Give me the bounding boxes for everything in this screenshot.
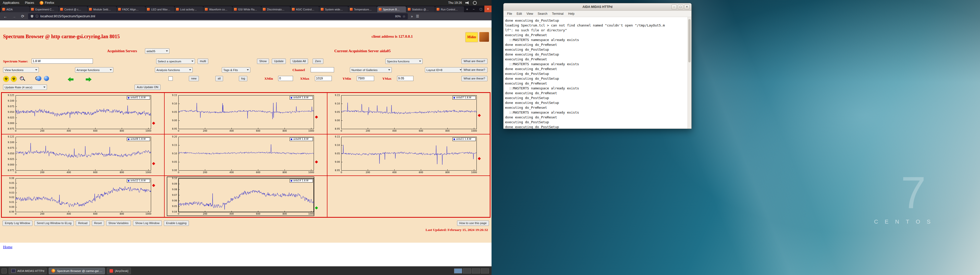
spectrum-chart-aida01[interactable] <box>4 93 157 133</box>
taskbar-item-terminal[interactable]: AIDA MIDAS HTTPd <box>9 268 47 274</box>
acquisition-server-select[interactable]: aida05 <box>145 48 169 54</box>
layout-dropdown[interactable]: Layout ID=8 <box>425 67 463 73</box>
blue-sphere-icon[interactable] <box>44 76 49 81</box>
terminal-output[interactable]: done executing do_PostSetup loading Spec… <box>504 17 691 129</box>
tab-aida[interactable]: AIDA <box>1 6 30 12</box>
active-app-indicator[interactable]: Firefox <box>37 1 57 5</box>
tab-spectrum-browser[interactable]: Spectrum B… <box>377 6 406 12</box>
spectrum-chart-aida04[interactable] <box>167 93 320 133</box>
home-link[interactable]: Home <box>3 245 13 249</box>
xmin-input[interactable] <box>278 76 293 81</box>
back-icon[interactable]: ← <box>2 14 9 19</box>
analysis-functions-dropdown[interactable]: Analysis functions <box>155 67 192 73</box>
tab-led-waveform[interactable]: LED and Wav… <box>145 6 174 12</box>
tab-asic-control[interactable]: ASIC Control… <box>290 6 319 12</box>
scrollbar-thumb[interactable] <box>688 19 690 62</box>
url-bar[interactable]: ⓘ localhost:8015/Spectrum/Spectrum.tml 8… <box>28 13 408 19</box>
tab-control[interactable]: Control @ c… <box>59 6 88 12</box>
show-variables-button[interactable]: Show Variables <box>106 221 131 226</box>
site-info-icon[interactable]: ⓘ <box>35 14 38 19</box>
bookmark-star-icon[interactable]: ☆ <box>402 14 406 18</box>
tab-statistics[interactable]: Statistics @… <box>406 6 435 12</box>
blue-sphere-icon[interactable] <box>36 76 41 81</box>
zoom-level[interactable]: 80% <box>395 15 401 18</box>
previous-arrow-icon[interactable] <box>68 77 74 82</box>
volume-icon[interactable] <box>466 1 469 4</box>
ymax-input[interactable] <box>397 76 414 81</box>
auto-update-button[interactable]: Auto Update ON <box>135 85 161 90</box>
workspace-2[interactable] <box>463 269 471 273</box>
scrollbar[interactable] <box>687 17 691 129</box>
terminal-titlebar[interactable]: AIDA MIDAS HTTPd – ▢ ✕ <box>504 3 691 11</box>
show-log-window-button[interactable]: Show Log Window <box>133 221 162 226</box>
tab-lost-activity[interactable]: Lost activity… <box>175 6 204 12</box>
galleries-dropdown[interactable]: Number of Galleries <box>350 67 392 73</box>
tab-system-wide[interactable]: System wide… <box>319 6 348 12</box>
spectrum-chart-aida07[interactable] <box>329 93 483 133</box>
new-tab-button[interactable]: + <box>464 6 470 12</box>
zoom-in-icon[interactable]: + <box>19 76 25 82</box>
what-are-these-button[interactable]: What are these? <box>461 67 487 73</box>
taskbar-item-anydesk[interactable]: [AnyDesk] <box>107 268 130 274</box>
close-button[interactable]: ✕ <box>684 5 690 9</box>
tab-fadc-align[interactable]: FADC Align… <box>117 6 145 12</box>
places-menu[interactable]: Places <box>22 0 37 6</box>
next-arrow-icon[interactable] <box>85 77 92 82</box>
how-to-use-button[interactable]: How to use this page <box>457 221 489 226</box>
tags-fits-dropdown[interactable]: Tags & Fits <box>222 67 250 73</box>
workspace-1[interactable] <box>454 269 462 273</box>
update-button[interactable]: Update <box>272 58 286 64</box>
applications-menu[interactable]: Applications <box>0 0 22 6</box>
tab-experiment[interactable]: Experiment C… <box>30 6 59 12</box>
spectrum-chart-aida08[interactable] <box>4 135 157 175</box>
spectrum-name-input[interactable] <box>32 58 93 64</box>
maximize-button[interactable]: ▢ <box>678 5 683 9</box>
spectrum-chart-aida12[interactable] <box>4 177 157 216</box>
show-button[interactable]: Show <box>257 58 269 64</box>
menu-help[interactable]: Help <box>566 11 576 16</box>
spectrum-chart-aida14[interactable] <box>167 177 320 216</box>
workspace-3[interactable] <box>472 269 480 273</box>
tab-temperature[interactable]: Temperature… <box>348 6 377 12</box>
panel-clock[interactable]: Thu 19:26 <box>448 1 462 5</box>
power-icon[interactable] <box>473 1 477 5</box>
reload-icon[interactable]: ⟳ <box>19 14 26 19</box>
send-log-to-elog-button[interactable]: Send Log Window to ELog <box>35 221 74 226</box>
menu-view[interactable]: View <box>525 11 535 16</box>
multi-button[interactable]: multi <box>197 58 208 64</box>
show-desktop-icon[interactable] <box>2 269 6 273</box>
what-are-these-button[interactable]: What are these? <box>461 76 487 81</box>
tab-gsi-white-rabbit[interactable]: GSI White Ra… <box>232 6 261 12</box>
tab-module-settings[interactable]: Module Setti… <box>88 6 116 12</box>
radiation-icon[interactable]: ☢ <box>3 76 9 82</box>
update-all-button[interactable]: Update All <box>290 58 308 64</box>
url-text[interactable]: localhost:8015/Spectrum/Spectrum.tml <box>40 14 393 18</box>
menu-file[interactable]: File <box>505 11 514 16</box>
arrange-functions-dropdown[interactable]: Arrange functions <box>75 67 113 73</box>
menu-search[interactable]: Search <box>536 11 549 16</box>
reset-button[interactable]: Reset <box>92 221 104 226</box>
log-button[interactable]: log <box>239 76 247 81</box>
zero-button[interactable]: Zero <box>313 58 323 64</box>
tab-waveform[interactable]: Waveform co… <box>204 6 232 12</box>
tab-discriminator[interactable]: Discriminato… <box>261 6 290 12</box>
maximize-button[interactable]: ▢ <box>477 6 484 12</box>
ymin-input[interactable] <box>357 76 374 81</box>
what-are-these-button[interactable]: What are these? <box>461 58 487 64</box>
shield-icon[interactable] <box>30 14 34 18</box>
reload-button[interactable]: Reload <box>76 221 89 226</box>
select-spectrum-dropdown[interactable]: Select a spectrum <box>156 58 195 64</box>
update-rate-dropdown[interactable]: Update Rate (4 secs) <box>3 85 47 90</box>
spectrum-chart-aida09[interactable] <box>167 135 320 175</box>
forward-icon[interactable]: → <box>11 14 18 19</box>
close-button[interactable]: ✕ <box>484 6 492 12</box>
hamburger-menu-icon[interactable]: ☰ <box>416 14 419 18</box>
enable-logging-button[interactable]: Enable Logging <box>164 221 189 226</box>
menu-terminal[interactable]: Terminal <box>550 11 566 16</box>
workspace-4[interactable] <box>481 269 489 273</box>
minimize-button[interactable]: – <box>470 6 477 12</box>
xmax-input[interactable] <box>315 76 332 81</box>
view-functions-dropdown[interactable]: View functions <box>3 67 39 73</box>
spectra-functions-dropdown[interactable]: Spectra functions <box>385 58 423 64</box>
tab-run-control[interactable]: Run Control… <box>435 6 464 12</box>
